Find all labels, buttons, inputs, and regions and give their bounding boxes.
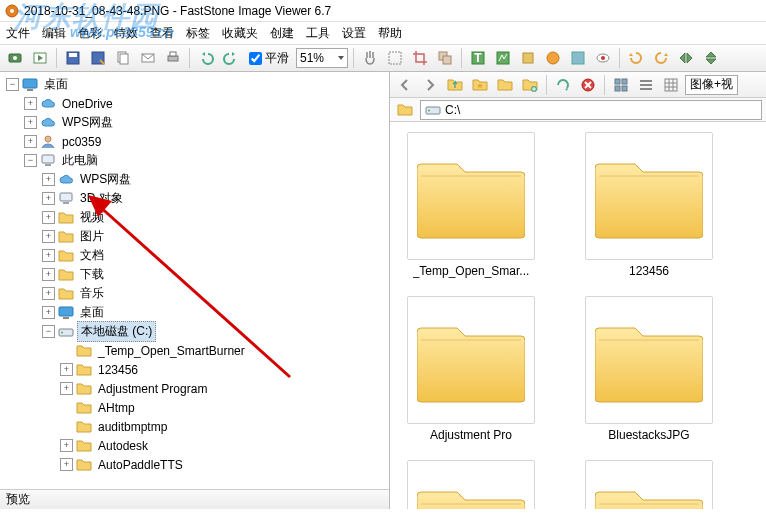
view-mode-dropdown[interactable]: 图像+视 [685,75,738,95]
menu-view[interactable]: 查看 [150,25,174,42]
path-input[interactable]: C:\ [420,100,762,120]
menu-fav[interactable]: 收藏夹 [222,25,258,42]
expand-icon[interactable]: + [60,382,73,395]
thumbnail-item[interactable]: Adjustment Pro [396,296,546,442]
tree-row[interactable]: −桌面 [2,75,387,94]
tree-row[interactable]: +123456 [2,360,387,379]
tree-row[interactable]: auditbmptmp [2,417,387,436]
thumb-settings-button[interactable] [660,74,682,96]
menu-tag[interactable]: 标签 [186,25,210,42]
menu-settings[interactable]: 设置 [342,25,366,42]
tree-label[interactable]: Adjustment Program [95,381,210,397]
select-button[interactable] [384,47,406,69]
tree-row[interactable]: +Adjustment Program [2,379,387,398]
redo-button[interactable] [220,47,242,69]
tree-label[interactable]: AHtmp [95,400,138,416]
view-list-button[interactable] [635,74,657,96]
refresh-button[interactable] [552,74,574,96]
resize-button[interactable] [434,47,456,69]
pan-button[interactable] [359,47,381,69]
tree-label[interactable]: 视频 [77,208,107,227]
menu-color[interactable]: 色彩 [78,25,102,42]
nav-back-button[interactable] [394,74,416,96]
draw-button[interactable] [492,47,514,69]
email-button[interactable] [137,47,159,69]
tree-row[interactable]: +视频 [2,208,387,227]
tree-label[interactable]: 桌面 [41,75,71,94]
rotate-left-button[interactable] [625,47,647,69]
expand-icon[interactable]: + [42,306,55,319]
tree-label[interactable]: 音乐 [77,284,107,303]
color-button[interactable] [542,47,564,69]
tree-label[interactable]: 3D 对象 [77,189,126,208]
tree-label[interactable]: 此电脑 [59,151,101,170]
tree-row[interactable]: +图片 [2,227,387,246]
expand-icon[interactable]: + [24,97,37,110]
tree-label[interactable]: pc0359 [59,134,104,150]
nav-up-button[interactable] [444,74,466,96]
new-folder-button[interactable] [519,74,541,96]
expand-icon[interactable]: + [60,439,73,452]
expand-icon[interactable]: + [42,249,55,262]
flip-v-button[interactable] [700,47,722,69]
view-thumb-button[interactable] [610,74,632,96]
tree-row[interactable]: −此电脑 [2,151,387,170]
tree-row[interactable]: +pc0359 [2,132,387,151]
menu-help[interactable]: 帮助 [378,25,402,42]
expand-icon[interactable]: + [60,363,73,376]
tree-row[interactable]: +OneDrive [2,94,387,113]
expand-icon[interactable]: + [60,458,73,471]
thumbnail-item[interactable]: DMGift [396,460,546,509]
tree-row[interactable]: +3D 对象 [2,189,387,208]
tree-label[interactable]: _Temp_Open_SmartBurner [95,343,248,359]
tree-row[interactable]: +文档 [2,246,387,265]
tree-label[interactable]: WPS网盘 [77,170,134,189]
smooth-check-input[interactable] [249,52,262,65]
save-button[interactable] [62,47,84,69]
smooth-checkbox[interactable]: 平滑 [249,50,289,67]
print-button[interactable] [162,47,184,69]
tree-row[interactable]: −本地磁盘 (C:) [2,322,387,341]
tree-row[interactable]: _Temp_Open_SmartBurner [2,341,387,360]
tree-row[interactable]: +音乐 [2,284,387,303]
menu-create[interactable]: 创建 [270,25,294,42]
crop-button[interactable] [409,47,431,69]
tree-row[interactable]: +AutoPaddleTTS [2,455,387,474]
expand-icon[interactable]: + [42,173,55,186]
menu-tool[interactable]: 工具 [306,25,330,42]
copy-button[interactable] [112,47,134,69]
rotate-right-button[interactable] [650,47,672,69]
expand-icon[interactable]: + [24,135,37,148]
tree-label[interactable]: 图片 [77,227,107,246]
tree-label[interactable]: 下载 [77,265,107,284]
tree-label[interactable]: Autodesk [95,438,151,454]
tree-label[interactable]: 123456 [95,362,141,378]
collapse-icon[interactable]: − [42,325,55,338]
adjust-button[interactable] [517,47,539,69]
collapse-icon[interactable]: − [6,78,19,91]
acquire-button[interactable] [4,47,26,69]
tree-row[interactable]: +Autodesk [2,436,387,455]
zoom-dropdown[interactable]: 51% [296,48,348,68]
tree-label[interactable]: WPS网盘 [59,113,116,132]
stop-button[interactable] [577,74,599,96]
menu-edit[interactable]: 编辑 [42,25,66,42]
expand-icon[interactable]: + [42,192,55,205]
nav-forward-button[interactable] [419,74,441,96]
flip-h-button[interactable] [675,47,697,69]
expand-icon[interactable]: + [42,230,55,243]
menu-file[interactable]: 文件 [6,25,30,42]
redeye-button[interactable] [592,47,614,69]
slideshow-button[interactable] [29,47,51,69]
tree-label[interactable]: 桌面 [77,303,107,322]
text-button[interactable]: T [467,47,489,69]
tree-row[interactable]: +WPS网盘 [2,170,387,189]
expand-icon[interactable]: + [24,116,37,129]
expand-icon[interactable]: + [42,287,55,300]
path-folder-icon[interactable] [394,99,416,121]
tree-row[interactable]: +WPS网盘 [2,113,387,132]
thumbnail-item[interactable]: Documents [574,460,724,509]
tree-label[interactable]: 本地磁盘 (C:) [77,321,156,342]
thumbnail-grid[interactable]: _Temp_Open_Smar...123456Adjustment ProBl… [390,122,766,509]
open-button[interactable] [494,74,516,96]
